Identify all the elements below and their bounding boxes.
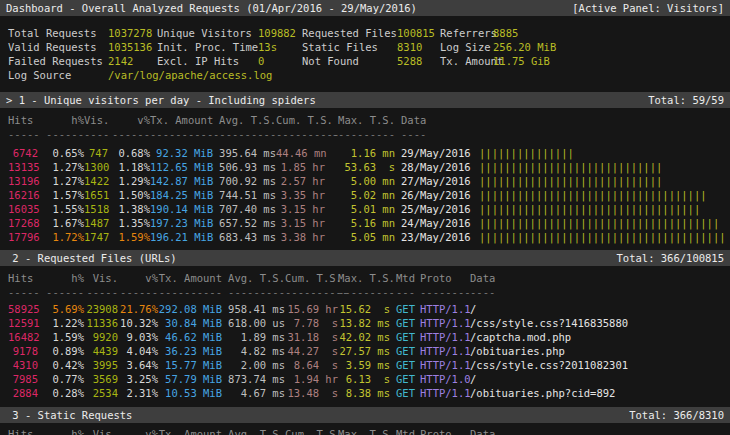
hits-percent-cell: 1.59% [38,330,84,344]
date-cell: 24/May/2016 [401,216,473,230]
url-cell: / [470,372,730,386]
panel-2-column-headers: Hits h% Vis. v% Tx. Amount Avg. T.S. Cum… [0,271,730,285]
visitors-percent-cell: 1.35% [108,216,150,230]
hits-cell: 7985 [8,372,38,386]
max-ts-cell: 27.57 ms [338,344,390,358]
col-visitors: Vis. [84,271,118,285]
method-cell: GET [396,330,418,344]
col-hits: Hits [8,271,38,285]
hits-percent-cell: 1.57% [38,188,84,202]
visitor-day-row[interactable]: 17796 1.72% 1747 1.59% 196.21 MiB 683.43… [0,230,730,244]
requested-file-row[interactable]: 2884 0.28% 2534 2.31% 10.53 MiB 4.67 ms … [0,386,730,400]
hits-percent-cell: 5.69% [38,302,84,316]
panel-2-header[interactable]: 2 - Requested Files (URLs) Total: 366/10… [0,250,730,266]
hits-cell: 16035 [8,202,38,216]
avg-ts-cell: 395.64 ms [213,146,276,160]
col-hits: Hits [8,113,38,127]
avg-ts-cell: 873.74 ms [222,372,285,386]
panel-3-title: 3 - Static Requests [6,407,132,423]
requested-file-row[interactable]: 9178 0.89% 4439 4.04% 36.23 MiB 4.82 ms … [0,344,730,358]
col-cum-ts: Cum. T.S. [285,427,338,435]
panel-1-header[interactable]: > 1 - Unique visitors per day - Includin… [0,92,730,108]
hits-bar: ||||||||||||||||||||||||||||| [479,160,730,174]
visitor-day-row[interactable]: 13135 1.27% 1300 1.18% 112.65 MiB 506.93… [0,160,730,174]
avg-ts-cell: 4.67 ms [222,386,285,400]
visitors-percent-cell: 10.32% [118,316,158,330]
date-cell: 29/May/2016 [401,146,473,160]
visitors-percent-cell: 1.29% [108,174,150,188]
panel-1-column-headers: Hits h% Vis. v% Tx. Amount Avg. T.S. Cum… [0,113,730,127]
summary-label [157,68,258,82]
date-cell: 27/May/2016 [401,174,473,188]
visitors-cell: 747 [84,146,108,160]
hits-cell: 4310 [8,358,38,372]
hits-bar: ||||||||||||||| [479,146,730,160]
hits-percent-cell: 1.22% [38,316,84,330]
summary-label [302,68,397,82]
hits-cell: 13196 [8,174,38,188]
hits-bar: ||||||||||||||||||||||||||||||||||| [479,202,730,216]
tx-amount-cell: 15.77 MiB [158,358,222,372]
hits-cell: 2884 [8,386,38,400]
avg-ts-cell: 506.93 ms [213,160,276,174]
tx-amount-cell: 112.65 MiB [150,160,213,174]
panel-3-header[interactable]: 3 - Static Requests Total: 366/8310 [0,407,730,423]
visitors-cell: 23908 [84,302,118,316]
cum-ts-cell: 3.35 hr [276,188,325,202]
max-ts-cell: 5.00 mn [325,174,395,188]
cum-ts-cell: 44.46 mn [276,146,325,160]
requested-file-row[interactable]: 7985 0.77% 3569 3.25% 57.79 MiB 873.74 m… [0,372,730,386]
avg-ts-cell: 707.40 ms [213,202,276,216]
col-tx-amount: Tx. Amount [158,271,222,285]
summary-value: 256.20 MiB [493,40,730,54]
panel-2-requested-files: 2 - Requested Files (URLs) Total: 366/10… [0,250,730,400]
tx-amount-cell: 30.84 MiB [158,316,222,330]
visitor-day-row[interactable]: 16035 1.55% 1518 1.38% 190.14 MiB 707.40… [0,202,730,216]
cum-ts-cell: 2.57 hr [276,174,325,188]
cum-ts-cell: 1.85 hr [276,160,325,174]
col-method: Mtd [396,271,418,285]
separator-row: ----- ------ ----- ------ ---------- ---… [0,285,730,299]
summary-value: 13s [258,40,302,54]
visitor-day-row[interactable]: 17268 1.67% 1487 1.35% 197.23 MiB 657.52… [0,216,730,230]
hits-bar: ||||||||||||||||||||||||||||| [479,174,730,188]
requested-file-row[interactable]: 12591 1.22% 11336 10.32% 30.84 MiB 618.0… [0,316,730,330]
col-tx-amount: Tx. Amount [158,427,222,435]
cum-ts-cell: 31.18 s [285,330,338,344]
max-ts-cell: 3.59 ms [338,358,390,372]
summary-label: Log Source [8,68,108,82]
summary-label: Excl. IP Hits [157,54,258,68]
title-bar: Dashboard - Overall Analyzed Requests (0… [0,0,730,16]
visitors-percent-cell: 0.68% [108,146,150,160]
col-data: Data [401,113,473,127]
hits-cell: 12591 [8,316,38,330]
col-cum-ts: Cum. T.S. [276,113,325,127]
summary-value: /var/log/apache/access.log [108,68,157,82]
requested-file-row[interactable]: 16482 1.59% 9920 9.03% 46.62 MiB 1.89 ms… [0,330,730,344]
tx-amount-cell: 142.87 MiB [150,174,213,188]
date-cell: 25/May/2016 [401,202,473,216]
summary-value: 8885 [493,26,730,40]
protocol-cell: HTTP/1.1 [420,302,470,316]
visitor-day-row[interactable]: 6742 0.65% 747 0.68% 92.32 MiB 395.64 ms… [0,146,730,160]
visitors-cell: 3569 [84,372,118,386]
max-ts-cell: 42.02 ms [338,330,390,344]
url-cell: / [470,302,730,316]
requested-file-row[interactable]: 58925 5.69% 23908 21.76% 292.08 MiB 958.… [0,302,730,316]
requested-file-row[interactable]: 4310 0.42% 3995 3.64% 15.77 MiB 2.00 ms … [0,358,730,372]
visitor-day-row[interactable]: 16216 1.57% 1651 1.50% 184.25 MiB 744.51… [0,188,730,202]
cum-ts-cell: 8.64 s [285,358,338,372]
col-protocol: Proto [420,271,470,285]
summary-value [258,68,302,82]
panel-2-separator: ----- ------ ----- ------ ---------- ---… [0,285,730,299]
col-visitors-percent: v% [118,271,158,285]
date-cell: 23/May/2016 [401,230,473,244]
visitors-cell: 1300 [84,160,108,174]
hits-percent-cell: 0.89% [38,344,84,358]
visitor-day-row[interactable]: 13196 1.27% 1422 1.29% 142.87 MiB 700.92… [0,174,730,188]
summary-label [440,68,493,82]
summary-overview: Total Requests 1037278 Unique Visitors 1… [0,26,730,82]
summary-label: Referrers [440,26,493,40]
visitors-percent-cell: 21.76% [118,302,158,316]
max-ts-cell: 53.63 s [325,160,395,174]
